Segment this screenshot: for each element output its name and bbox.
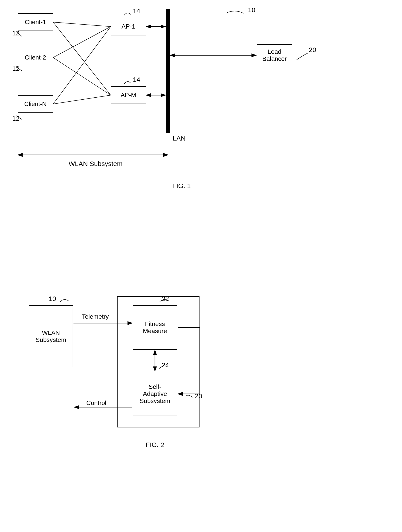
svg-text:22: 22 — [162, 295, 169, 302]
svg-line-13 — [53, 26, 111, 57]
svg-text:FIG. 2: FIG. 2 — [146, 441, 164, 448]
svg-text:Control: Control — [86, 399, 106, 406]
svg-text:20: 20 — [195, 392, 202, 400]
svg-line-11 — [53, 22, 111, 26]
fitness-measure-box: FitnessMeasure — [133, 305, 177, 350]
apM-box: AP-M — [111, 86, 146, 104]
client1-box: Client-1 — [18, 13, 53, 31]
svg-line-12 — [53, 22, 111, 95]
svg-line-16 — [53, 95, 111, 104]
fitness-measure-label: FitnessMeasure — [143, 320, 167, 335]
apM-label: AP-M — [121, 92, 136, 99]
self-adaptive-box: Self-AdaptiveSubsystem — [133, 372, 177, 416]
client1-label: Client-1 — [25, 19, 46, 26]
svg-text:20: 20 — [309, 46, 316, 53]
svg-line-14 — [53, 57, 111, 95]
ap1-box: AP-1 — [111, 18, 146, 35]
svg-text:10: 10 — [49, 295, 56, 302]
self-adaptive-label: Self-AdaptiveSubsystem — [140, 383, 171, 405]
wlan-subsystem-label: WLANSubsystem — [36, 329, 66, 343]
svg-text:FIG. 1: FIG. 1 — [172, 182, 191, 190]
svg-text:14: 14 — [133, 76, 140, 83]
diagram-svg: 10 20 14 14 12 12 12 — [0, 0, 402, 532]
loadbalancer-box: LoadBalancer — [257, 44, 292, 66]
lan-bar — [166, 9, 170, 133]
loadbalancer-label: LoadBalancer — [262, 48, 287, 62]
wlan-subsystem-box: WLANSubsystem — [29, 305, 73, 367]
clientN-label: Client-N — [24, 101, 46, 108]
svg-text:12: 12 — [12, 115, 19, 122]
svg-text:24: 24 — [162, 361, 169, 369]
clientN-box: Client-N — [18, 95, 53, 113]
client2-label: Client-2 — [25, 54, 46, 61]
client2-box: Client-2 — [18, 49, 53, 66]
ap1-label: AP-1 — [121, 23, 135, 30]
svg-text:Telemetry: Telemetry — [82, 313, 109, 320]
svg-text:LAN: LAN — [173, 134, 185, 142]
svg-text:WLAN Subsystem: WLAN Subsystem — [69, 160, 122, 167]
svg-text:10: 10 — [248, 6, 255, 13]
svg-line-15 — [53, 26, 111, 104]
svg-text:14: 14 — [133, 7, 140, 15]
diagram-container: Client-1 Client-2 Client-N AP-1 AP-M Loa… — [0, 0, 402, 532]
